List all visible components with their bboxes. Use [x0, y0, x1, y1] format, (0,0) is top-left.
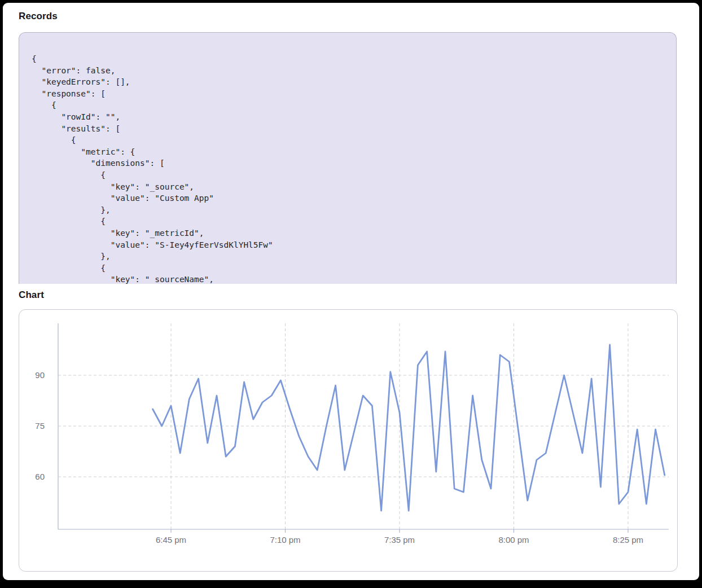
- data-line: [153, 345, 665, 511]
- x-tick-label: 7:35 pm: [384, 535, 415, 545]
- records-code-block[interactable]: { "error": false, "keyedErrors": [], "re…: [19, 32, 677, 284]
- chart-panel: 6075906:45 pm7:10 pm7:35 pm8:00 pm8:25 p…: [19, 309, 678, 572]
- y-tick-label: 75: [35, 421, 45, 431]
- y-tick-label: 60: [35, 472, 45, 481]
- x-tick-label: 8:25 pm: [613, 535, 643, 545]
- x-tick-label: 8:00 pm: [498, 535, 529, 545]
- chart-canvas[interactable]: 6075906:45 pm7:10 pm7:35 pm8:00 pm8:25 p…: [19, 310, 677, 571]
- x-tick-label: 7:10 pm: [270, 535, 300, 545]
- records-section-title: Records: [19, 11, 683, 22]
- records-json-text: { "error": false, "keyedErrors": [], "re…: [32, 53, 662, 284]
- x-tick-label: 6:45 pm: [156, 535, 186, 545]
- y-tick-label: 90: [35, 370, 45, 380]
- chart-section-title: Chart: [19, 289, 683, 301]
- page-frame: Records { "error": false, "keyedErrors":…: [3, 3, 699, 580]
